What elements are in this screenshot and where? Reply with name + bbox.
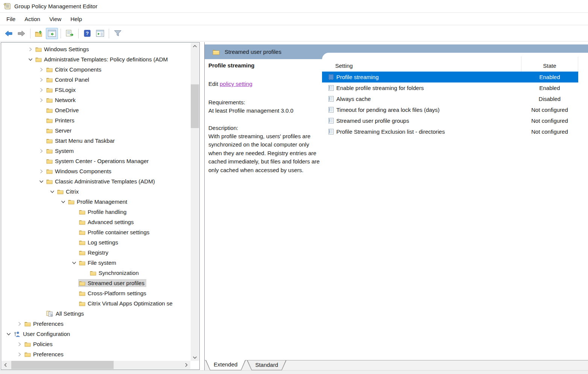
settings-row[interactable]: Profile Streaming Exclusion list - direc… xyxy=(322,126,588,137)
settings-row[interactable]: Always cacheDisabled xyxy=(322,93,588,104)
chevron-down-icon[interactable] xyxy=(26,58,35,61)
horizontal-scroll-thumb[interactable] xyxy=(11,361,114,369)
tree-row[interactable]: OneDrive xyxy=(2,105,190,115)
tree-row[interactable]: Server xyxy=(2,125,190,136)
tree-node[interactable]: Network xyxy=(46,96,77,104)
forward-button[interactable] xyxy=(15,28,27,39)
up-one-level-button[interactable] xyxy=(33,28,45,39)
tree-horizontal-scrollbar[interactable] xyxy=(2,361,190,369)
tree-row[interactable]: Profile container settings xyxy=(2,227,190,237)
chevron-down-icon[interactable] xyxy=(48,190,56,193)
tree-row[interactable]: Log settings xyxy=(2,237,190,247)
menu-help[interactable]: Help xyxy=(66,14,87,24)
tree-row[interactable]: FSLogix xyxy=(2,85,190,95)
tree-node[interactable]: System xyxy=(46,147,76,155)
tree-node[interactable]: All Settings xyxy=(46,310,86,318)
tree-row[interactable]: Classic Administrative Templates (ADM) xyxy=(2,176,190,186)
tree-row[interactable]: Preferences xyxy=(2,319,190,329)
tree-node[interactable]: Policies xyxy=(24,340,55,348)
show-console-tree-button[interactable] xyxy=(46,28,58,39)
tree-row[interactable]: Cross-Platform settings xyxy=(2,288,190,298)
tree-row[interactable]: Profile handling xyxy=(2,207,190,217)
tree-row[interactable]: Synchronization xyxy=(2,268,190,278)
chevron-right-icon[interactable] xyxy=(26,47,35,52)
chevron-right-icon[interactable] xyxy=(37,98,46,102)
scroll-down-arrow[interactable] xyxy=(191,354,199,361)
chevron-down-icon[interactable] xyxy=(5,333,13,336)
chevron-right-icon[interactable] xyxy=(37,67,46,72)
tree-row[interactable]: Windows Components xyxy=(2,166,190,176)
tree-node[interactable]: Server xyxy=(46,127,73,134)
scroll-right-arrow[interactable] xyxy=(183,361,190,369)
tree-node[interactable]: User Configuration xyxy=(13,330,72,338)
tree-node[interactable]: Profile handling xyxy=(78,208,128,216)
tree-node[interactable]: Windows Components xyxy=(46,167,113,175)
settings-row[interactable]: Enable profile streaming for foldersEnab… xyxy=(322,82,588,93)
tree-row[interactable]: File system xyxy=(2,258,190,268)
back-button[interactable] xyxy=(3,28,15,39)
tree-row[interactable]: Policies xyxy=(2,339,190,349)
show-properties-button[interactable] xyxy=(94,28,106,39)
chevron-right-icon[interactable] xyxy=(15,342,24,347)
settings-row[interactable]: Timeout for pending area lock files (day… xyxy=(322,104,588,115)
help-button[interactable]: ? xyxy=(81,28,93,39)
chevron-right-icon[interactable] xyxy=(37,88,46,92)
tree-node[interactable]: Cross-Platform settings xyxy=(78,289,148,297)
tree-row[interactable]: Citrix xyxy=(2,186,190,197)
tree-row[interactable]: Streamed user profiles xyxy=(2,278,190,288)
tree-node[interactable]: Start Menu and Taskbar xyxy=(46,137,117,145)
tree-node[interactable]: Profile container settings xyxy=(78,228,151,236)
column-header-state[interactable]: State xyxy=(521,56,578,72)
tree-row[interactable]: Printers xyxy=(2,115,190,125)
settings-row[interactable]: Profile streamingEnabled xyxy=(322,72,588,82)
scroll-left-arrow[interactable] xyxy=(2,361,9,369)
tree-node[interactable]: Preferences xyxy=(24,320,65,328)
tree-row[interactable]: Advanced settings xyxy=(2,217,190,227)
tree-node[interactable]: Citrix xyxy=(56,188,81,195)
tree-node[interactable]: Windows Settings xyxy=(35,45,91,53)
tree-node[interactable]: Administrative Templates: Policy definit… xyxy=(35,55,170,63)
tab-standard[interactable]: Standard xyxy=(247,360,286,370)
tree-node[interactable]: Profile Management xyxy=(67,198,129,206)
tree-node[interactable]: Printers xyxy=(46,116,76,124)
tree-node[interactable]: Advanced settings xyxy=(78,218,136,226)
vertical-scroll-thumb[interactable] xyxy=(191,84,199,128)
chevron-right-icon[interactable] xyxy=(37,78,46,82)
chevron-down-icon[interactable] xyxy=(70,261,78,264)
chevron-right-icon[interactable] xyxy=(37,149,46,153)
tree-node[interactable]: System Center - Operations Manager xyxy=(46,157,150,165)
edit-policy-setting-link[interactable]: policy setting xyxy=(220,81,252,87)
export-list-button[interactable] xyxy=(64,28,76,39)
tree-row[interactable]: Citrix Components xyxy=(2,64,190,75)
tree-row[interactable]: Profile Management xyxy=(2,197,190,207)
scroll-up-arrow[interactable] xyxy=(191,43,199,50)
tree-vertical-scrollbar[interactable] xyxy=(191,43,199,361)
tree-node[interactable]: Registry xyxy=(78,249,110,256)
tree-node[interactable]: Citrix Virtual Apps Optimization se xyxy=(78,299,175,307)
chevron-right-icon[interactable] xyxy=(15,322,24,326)
menu-view[interactable]: View xyxy=(45,14,66,24)
tree-row[interactable]: Registry xyxy=(2,247,190,258)
filter-button[interactable] xyxy=(112,28,124,39)
settings-row[interactable]: Streamed user profile groupsNot configur… xyxy=(322,115,588,126)
tree-row[interactable]: All Settings xyxy=(2,308,190,319)
tree-node[interactable]: Streamed user profiles xyxy=(78,279,146,287)
tree-row[interactable]: User Configuration xyxy=(2,329,190,339)
tree-node[interactable]: Log settings xyxy=(78,238,120,246)
column-header-setting[interactable]: Setting xyxy=(322,63,521,72)
tree-row[interactable]: System xyxy=(2,146,190,156)
tree-row[interactable]: Windows Settings xyxy=(2,44,190,54)
chevron-right-icon[interactable] xyxy=(37,169,46,174)
tree-node[interactable]: OneDrive xyxy=(46,106,81,114)
tree-node[interactable]: FSLogix xyxy=(46,86,77,94)
tree-node[interactable]: Preferences xyxy=(24,350,65,358)
tree-row[interactable]: Start Menu and Taskbar xyxy=(2,136,190,146)
tree-row[interactable]: Citrix Virtual Apps Optimization se xyxy=(2,298,190,308)
tree-row[interactable]: Network xyxy=(2,95,190,105)
tree-row[interactable]: System Center - Operations Manager xyxy=(2,156,190,166)
menu-file[interactable]: File xyxy=(2,14,20,24)
chevron-down-icon[interactable] xyxy=(37,180,46,183)
tree-node[interactable]: Citrix Components xyxy=(46,66,103,73)
tree-row[interactable]: Control Panel xyxy=(2,75,190,85)
tree-node[interactable]: Classic Administrative Templates (ADM) xyxy=(46,177,157,185)
